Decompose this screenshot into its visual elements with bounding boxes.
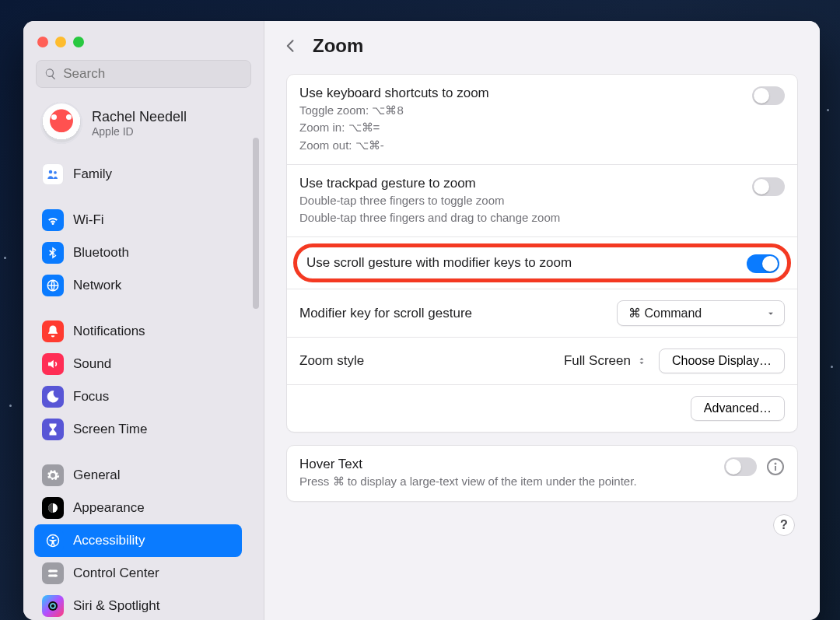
sidebar-item-screentime[interactable]: Screen Time <box>34 413 242 446</box>
sidebar-item-label: Siri & Spotlight <box>73 598 160 614</box>
search-input[interactable] <box>63 66 243 82</box>
sidebar-item-label: Wi-Fi <box>73 212 104 228</box>
hover-text-card: Hover Text Press ⌘ to display a large-te… <box>286 445 798 501</box>
sidebar-item-label: Network <box>73 278 121 293</box>
sidebar-item-label: Screen Time <box>73 422 147 437</box>
sidebar-item-bluetooth[interactable]: Bluetooth <box>34 236 242 269</box>
sidebar-item-wifi[interactable]: Wi-Fi <box>34 204 242 236</box>
sidebar-item-accessibility[interactable]: Accessibility <box>34 524 242 557</box>
row-sub: Zoom out: ⌥⌘- <box>299 138 743 153</box>
svg-point-10 <box>48 601 58 611</box>
row-keyboard-shortcuts: Use keyboard shortcuts to zoom Toggle zo… <box>287 75 797 165</box>
row-sub: Toggle zoom: ⌥⌘8 <box>299 103 743 118</box>
highlight-ring: Use scroll gesture with modifier keys to… <box>293 243 791 282</box>
row-sub: Double-tap three fingers and drag to cha… <box>299 210 743 226</box>
page-title: Zoom <box>313 35 363 57</box>
row-zoom-style: Zoom style Full Screen Choose Display… <box>287 338 797 385</box>
switches-icon <box>42 562 64 584</box>
svg-point-1 <box>54 171 57 174</box>
sidebar-item-label: Control Center <box>73 566 159 581</box>
row-title: Use scroll gesture with modifier keys to… <box>302 250 576 275</box>
row-title: Use keyboard shortcuts to zoom <box>299 86 743 101</box>
row-scroll-gesture: Use scroll gesture with modifier keys to… <box>287 237 797 289</box>
sidebar-item-focus[interactable]: Focus <box>34 380 242 413</box>
family-icon <box>42 163 64 185</box>
sidebar-item-label: Appearance <box>73 500 145 516</box>
settings-window: Rachel Needell Apple ID Family Wi-Fi Blu… <box>23 21 820 620</box>
search-field-container[interactable] <box>36 60 251 88</box>
zoom-options-card: Use keyboard shortcuts to zoom Toggle zo… <box>286 74 798 433</box>
sidebar-item-family[interactable]: Family <box>34 158 242 191</box>
sidebar-item-sound[interactable]: Sound <box>34 348 242 380</box>
choose-display-button[interactable]: Choose Display… <box>659 349 785 373</box>
sidebar: Rachel Needell Apple ID Family Wi-Fi Blu… <box>23 21 264 620</box>
moon-icon <box>42 386 64 408</box>
row-modifier-key: Modifier key for scroll gesture ⌘ Comman… <box>287 289 797 338</box>
zoom-style-select[interactable]: Full Screen <box>564 353 646 369</box>
wifi-icon <box>42 209 64 231</box>
sidebar-item-label: General <box>73 468 120 483</box>
row-sub: Zoom in: ⌥⌘= <box>299 120 743 135</box>
help-button[interactable]: ? <box>773 514 795 536</box>
account-sub: Apple ID <box>92 125 187 138</box>
sidebar-item-controlcenter[interactable]: Control Center <box>34 557 242 590</box>
bluetooth-icon <box>42 242 64 264</box>
window-controls <box>33 33 254 60</box>
select-value: Full Screen <box>564 353 631 369</box>
row-sub: Double-tap three fingers to toggle zoom <box>299 193 743 208</box>
row-title: Modifier key for scroll gesture <box>299 306 472 321</box>
siri-icon <box>42 595 64 617</box>
sidebar-scrollbar[interactable] <box>253 138 259 309</box>
svg-point-0 <box>49 170 53 174</box>
updown-caret-icon <box>637 354 646 368</box>
sidebar-list: Family Wi-Fi Bluetooth Network Notificat… <box>33 158 254 620</box>
chevron-down-icon <box>765 308 776 319</box>
toggle-scroll-gesture[interactable] <box>747 254 779 273</box>
network-icon <box>42 275 64 296</box>
sidebar-item-label: Family <box>73 166 112 182</box>
search-icon <box>44 67 57 81</box>
content: Zoom Use keyboard shortcuts to zoom Togg… <box>264 21 820 620</box>
modifier-key-dropdown[interactable]: ⌘ Command <box>617 300 785 326</box>
toggle-hover-text[interactable] <box>724 457 757 476</box>
row-title: Hover Text <box>299 457 715 472</box>
dropdown-value: ⌘ Command <box>628 306 702 321</box>
sidebar-item-label: Accessibility <box>73 533 145 548</box>
close-button[interactable] <box>37 37 48 47</box>
minimize-button[interactable] <box>55 37 66 47</box>
toggle-trackpad-gesture[interactable] <box>752 177 785 196</box>
sidebar-item-general[interactable]: General <box>34 459 242 492</box>
header: Zoom <box>264 21 820 63</box>
sidebar-item-label: Sound <box>73 356 111 372</box>
bell-icon <box>42 321 64 342</box>
sidebar-item-network[interactable]: Network <box>34 269 242 302</box>
svg-point-9 <box>54 575 57 577</box>
accessibility-icon <box>42 530 64 552</box>
svg-point-13 <box>775 462 777 464</box>
account-name: Rachel Needell <box>92 109 187 125</box>
svg-point-8 <box>50 570 52 573</box>
account-row[interactable]: Rachel Needell Apple ID <box>33 102 254 158</box>
toggle-keyboard-shortcuts[interactable] <box>752 86 785 105</box>
sidebar-item-appearance[interactable]: Appearance <box>34 492 242 524</box>
sidebar-item-label: Bluetooth <box>73 245 129 261</box>
svg-rect-14 <box>775 466 776 471</box>
row-sub: Press ⌘ to display a large-text view of … <box>299 474 715 489</box>
row-title: Zoom style <box>299 353 364 369</box>
sidebar-item-label: Notifications <box>73 324 145 339</box>
row-trackpad-gesture: Use trackpad gesture to zoom Double-tap … <box>287 165 797 238</box>
info-icon[interactable] <box>766 457 785 476</box>
sidebar-item-notifications[interactable]: Notifications <box>34 315 242 348</box>
back-button[interactable] <box>283 37 299 54</box>
sidebar-item-siri[interactable]: Siri & Spotlight <box>34 590 242 620</box>
appearance-icon <box>42 497 64 519</box>
row-advanced: Advanced… <box>287 385 797 432</box>
sound-icon <box>42 353 64 375</box>
hourglass-icon <box>42 419 64 440</box>
row-title: Use trackpad gesture to zoom <box>299 176 743 191</box>
maximize-button[interactable] <box>73 37 84 47</box>
sidebar-item-label: Focus <box>73 389 109 405</box>
gear-icon <box>42 464 64 486</box>
advanced-button[interactable]: Advanced… <box>691 396 785 421</box>
avatar <box>40 102 82 144</box>
